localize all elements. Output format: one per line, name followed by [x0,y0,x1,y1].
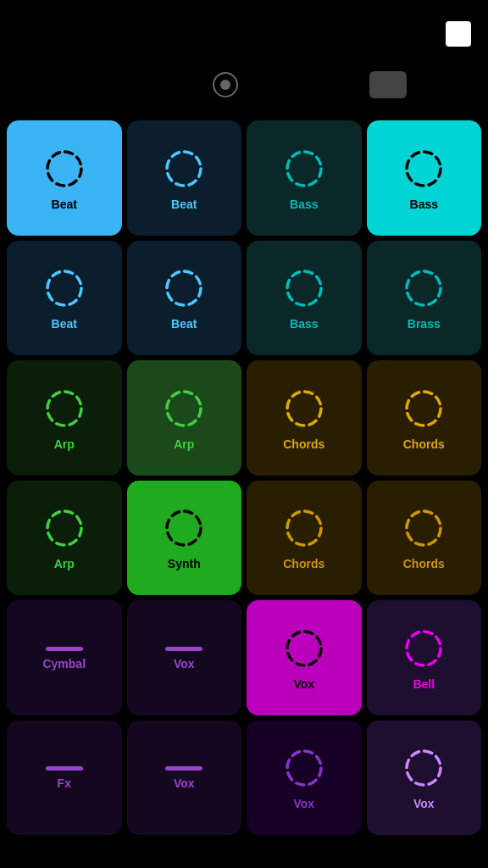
pad-cell-r3c0[interactable]: Arp [7,481,122,596]
pad-label-r2c3: Chords [403,437,445,451]
pad-cell-r4c1[interactable]: Vox [127,600,242,715]
header [0,0,488,61]
svg-point-5 [407,152,441,186]
svg-point-8 [287,271,321,305]
pad-label-r1c0: Beat [52,317,77,331]
side-button[interactable] [369,71,407,102]
svg-point-10 [47,392,81,426]
svg-point-24 [287,751,321,785]
pad-label-r5c1: Vox [174,776,195,790]
pad-cell-r1c3[interactable]: Brass [367,241,482,356]
record-button[interactable] [210,70,241,103]
svg-point-11 [167,392,201,426]
pad-label-r3c0: Arp [54,557,75,570]
pad-label-r1c2: Bass [290,317,318,331]
pad-cell-r0c0[interactable]: Beat [7,120,122,236]
svg-point-9 [407,271,441,305]
pad-label-r0c3: Bass [410,198,438,211]
pad-cell-r2c2[interactable]: Chords [247,360,362,476]
pad-cell-r3c3[interactable]: Chords [367,481,482,596]
pad-cell-r3c1[interactable]: Synth [127,481,242,596]
svg-point-17 [407,511,441,545]
pad-cell-r1c2[interactable]: Bass [247,241,362,356]
svg-point-16 [287,511,321,545]
pad-cell-r3c2[interactable]: Chords [247,481,362,596]
white-square-button[interactable] [446,21,471,47]
svg-point-6 [47,271,81,305]
pad-cell-r5c2[interactable]: Vox [247,721,362,836]
svg-point-21 [407,632,441,665]
pad-grid: Beat Beat Bass Bass Beat Beat Bass Brass… [0,115,488,840]
svg-point-1 [220,80,230,90]
pad-label-r5c2: Vox [293,797,314,810]
svg-point-7 [167,271,201,305]
svg-rect-22 [46,766,83,771]
pad-label-r4c0: Cymbal [42,657,86,670]
svg-rect-19 [165,647,202,651]
pad-label-r2c0: Arp [54,437,75,451]
svg-point-25 [407,751,441,785]
pad-cell-r5c3[interactable]: Vox [367,721,482,836]
pad-label-r5c0: Fx [58,776,71,790]
pad-label-r1c1: Beat [171,317,197,331]
pad-label-r4c1: Vox [174,657,195,670]
pad-cell-r0c3[interactable]: Bass [367,120,482,236]
pad-cell-r2c0[interactable]: Arp [7,360,122,476]
pad-label-r0c1: Beat [171,198,197,211]
pad-label-r1c3: Brass [408,317,441,331]
svg-point-4 [287,152,321,186]
svg-point-15 [167,511,201,545]
pad-cell-r5c0[interactable]: Fx [7,721,122,836]
pad-cell-r2c3[interactable]: Chords [367,360,482,476]
pad-cell-r5c1[interactable]: Vox [127,721,242,836]
pad-cell-r1c0[interactable]: Beat [7,241,122,356]
pad-label-r2c1: Arp [174,437,194,451]
svg-point-14 [47,511,81,545]
pad-label-r3c3: Chords [403,557,445,570]
pad-label-r0c2: Bass [290,198,318,211]
pad-label-r0c0: Beat [52,198,77,211]
pad-cell-r4c2[interactable]: Vox [247,600,362,715]
svg-point-2 [47,152,81,186]
svg-point-20 [287,632,321,665]
svg-rect-18 [46,647,83,651]
pad-cell-r0c2[interactable]: Bass [247,120,362,236]
svg-point-13 [407,392,441,426]
pad-label-r2c2: Chords [283,437,324,451]
pad-cell-r0c1[interactable]: Beat [127,120,242,236]
ab-badge [369,71,407,98]
pad-cell-r4c0[interactable]: Cymbal [7,600,122,715]
svg-rect-23 [165,766,202,771]
svg-point-3 [167,152,201,186]
toolbar [0,61,488,115]
pad-label-r4c3: Bell [413,677,435,691]
pad-label-r4c2: Vox [293,677,314,691]
pad-cell-r4c3[interactable]: Bell [367,600,482,715]
pad-label-r3c2: Chords [283,557,324,570]
pad-cell-r2c1[interactable]: Arp [127,360,242,476]
pad-cell-r1c1[interactable]: Beat [127,241,242,356]
record-icon [210,70,241,100]
svg-point-12 [287,392,321,426]
pad-label-r3c1: Synth [168,557,201,570]
pad-label-r5c3: Vox [413,797,435,810]
